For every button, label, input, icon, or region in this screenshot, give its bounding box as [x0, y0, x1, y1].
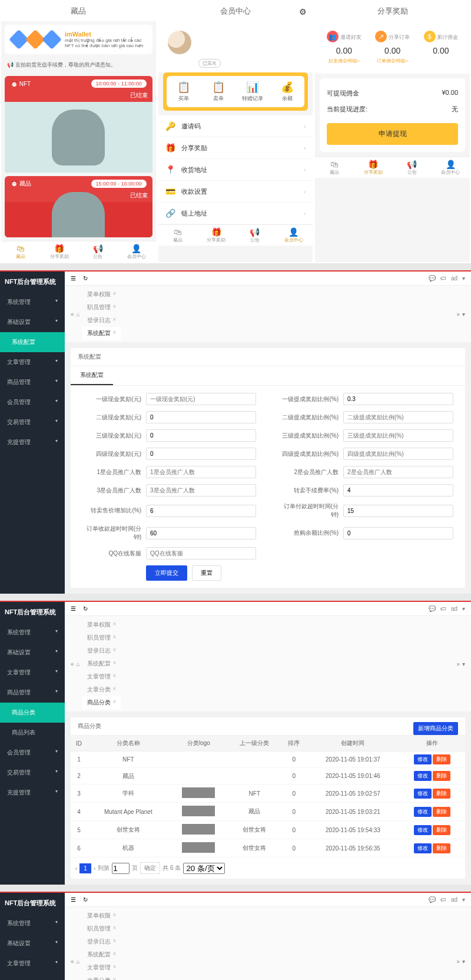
- edit-button[interactable]: 修改: [414, 754, 432, 764]
- tab-公告[interactable]: 📢公告: [78, 244, 117, 260]
- tab-公告[interactable]: 📢公告: [236, 227, 274, 243]
- field-QQ在线客服[interactable]: [146, 547, 256, 559]
- delete-button[interactable]: 删除: [433, 754, 450, 764]
- field-3星会员推广人数[interactable]: [146, 484, 256, 496]
- sidebar-商品管理[interactable]: 商品管理▾: [0, 974, 65, 980]
- sidebar-充提管理[interactable]: 充提管理▾: [0, 783, 65, 803]
- field-二级现金奖励(元)[interactable]: [146, 411, 256, 423]
- withdraw-button[interactable]: 申请提现: [327, 123, 458, 145]
- field-四级提成奖励比例(%)[interactable]: [343, 448, 453, 460]
- field-三级现金奖励(元)[interactable]: [146, 429, 256, 442]
- menu-icon[interactable]: ☰: [71, 275, 76, 282]
- field-转卖售价增加比(%)[interactable]: [146, 505, 256, 517]
- field-四级现金奖励(元)[interactable]: [146, 448, 256, 460]
- crumb-tab[interactable]: 职员管理 ×: [82, 301, 121, 314]
- hero-banner[interactable]: imWalletmột thị trường đấu giá nơi tất c…: [5, 25, 152, 54]
- close-icon[interactable]: ×: [113, 938, 117, 946]
- edit-button[interactable]: 修改: [414, 843, 432, 853]
- field-抢购余额比例(%)[interactable]: [343, 527, 453, 539]
- close-icon[interactable]: ×: [113, 647, 117, 655]
- close-icon[interactable]: ×: [113, 303, 117, 312]
- crumb-tab[interactable]: 菜单权限 ×: [82, 909, 121, 922]
- page-input[interactable]: [112, 863, 130, 874]
- crumb-tab[interactable]: 文章分类 ×: [82, 683, 121, 696]
- field-转卖手续费率(%)[interactable]: [343, 484, 453, 496]
- crumb-tab[interactable]: 登录日志 ×: [82, 935, 121, 948]
- sidebar-商品列表[interactable]: 商品列表: [0, 723, 65, 743]
- tab-藏品[interactable]: 🛍藏品: [1, 244, 40, 260]
- sidebar-会员管理[interactable]: 会员管理▾: [0, 743, 65, 763]
- refresh-icon[interactable]: ↻: [83, 275, 88, 282]
- gear-icon[interactable]: ⚙: [299, 7, 307, 16]
- field-一级现金奖励(元)[interactable]: [146, 393, 256, 405]
- close-icon[interactable]: ×: [113, 912, 117, 920]
- per-page-select[interactable]: 20 条/页: [183, 863, 225, 874]
- close-icon[interactable]: ×: [113, 329, 117, 337]
- sidebar-商品管理[interactable]: 商品管理▾: [0, 683, 65, 703]
- menu-分享奖励[interactable]: 🎁分享奖励›: [158, 137, 313, 159]
- delete-button[interactable]: 删除: [433, 789, 450, 799]
- tab-会员中心[interactable]: 👤会员中心: [117, 244, 156, 260]
- close-icon[interactable]: ×: [113, 951, 117, 959]
- delete-button[interactable]: 删除: [433, 825, 450, 835]
- field-二级提成奖励比例(%)[interactable]: [343, 411, 453, 423]
- field-一级提成奖励比例(%)[interactable]: [343, 393, 453, 405]
- crumb-tab[interactable]: 菜单权限 ×: [82, 288, 121, 301]
- close-icon[interactable]: ×: [113, 316, 117, 325]
- tab-公告[interactable]: 📢公告: [393, 160, 432, 176]
- field-订单收款超时时间(分钟)[interactable]: [146, 527, 256, 539]
- add-category-button[interactable]: 新增商品分类: [413, 722, 458, 735]
- reset-button[interactable]: 重置: [192, 565, 221, 581]
- sidebar-基础设置[interactable]: 基础设置▾: [0, 933, 65, 953]
- action-转赠记录[interactable]: 📊转赠记录: [236, 81, 270, 102]
- close-icon[interactable]: ×: [113, 621, 117, 629]
- action-买单[interactable]: 📋买单: [167, 81, 201, 102]
- menu-收货地址[interactable]: 📍收货地址›: [158, 159, 313, 181]
- tag-icon[interactable]: 🏷: [440, 275, 446, 282]
- tab-会员中心[interactable]: 👤会员中心: [431, 160, 470, 176]
- menu-邀请码[interactable]: 🔑邀请码›: [158, 115, 313, 137]
- crumb-tab[interactable]: 商品分类 ×: [82, 696, 121, 709]
- tab-藏品[interactable]: 🛍藏品: [158, 227, 197, 243]
- sidebar-文章管理[interactable]: 文章管理▾: [0, 352, 65, 372]
- crumb-tab[interactable]: 菜单权限 ×: [82, 618, 121, 631]
- delete-button[interactable]: 删除: [433, 771, 450, 781]
- sidebar-基础设置[interactable]: 基础设置▾: [0, 312, 65, 332]
- close-icon[interactable]: ×: [113, 290, 117, 299]
- close-icon[interactable]: ×: [113, 660, 117, 668]
- sidebar-交易管理[interactable]: 交易管理▾: [0, 412, 65, 432]
- sidebar-交易管理[interactable]: 交易管理▾: [0, 763, 65, 783]
- crumb-tab[interactable]: 登录日志 ×: [82, 314, 121, 327]
- field-三级提成奖励比例(%)[interactable]: [343, 429, 453, 442]
- edit-button[interactable]: 修改: [414, 807, 432, 817]
- edit-button[interactable]: 修改: [414, 771, 432, 781]
- crumb-tab[interactable]: 系统配置 ×: [82, 948, 121, 961]
- menu-icon[interactable]: ☰: [71, 605, 76, 612]
- crumb-tab[interactable]: 文章管理 ×: [82, 961, 121, 974]
- close-icon[interactable]: ×: [113, 925, 117, 933]
- close-icon[interactable]: ×: [113, 634, 117, 642]
- action-余额[interactable]: 💰余额: [270, 81, 305, 102]
- user-menu[interactable]: ad: [451, 275, 457, 282]
- sidebar-商品管理[interactable]: 商品管理▾: [0, 372, 65, 392]
- collapse-icon[interactable]: «: [71, 311, 74, 317]
- close-icon[interactable]: ×: [113, 698, 117, 707]
- expand-icon[interactable]: »: [456, 311, 460, 317]
- crumb-tab[interactable]: 系统配置 ×: [82, 327, 121, 340]
- delete-button[interactable]: 删除: [433, 807, 450, 817]
- crumb-tab[interactable]: 系统配置 ×: [82, 657, 121, 670]
- chat-icon[interactable]: 💬: [429, 275, 436, 282]
- close-icon[interactable]: ×: [113, 964, 117, 972]
- avatar[interactable]: [168, 31, 191, 54]
- sidebar-系统管理[interactable]: 系统管理▾: [0, 292, 65, 312]
- tab-会员中心[interactable]: 👤会员中心: [274, 227, 313, 243]
- close-icon[interactable]: ×: [113, 673, 117, 681]
- sidebar-文章管理[interactable]: 文章管理▾: [0, 953, 65, 974]
- crumb-tab[interactable]: 职员管理 ×: [82, 631, 121, 644]
- tab-分享奖励[interactable]: 🎁分享奖励: [197, 227, 236, 243]
- submit-button[interactable]: 立即提交: [146, 565, 187, 581]
- close-icon[interactable]: ×: [113, 976, 117, 980]
- close-icon[interactable]: ×: [113, 686, 117, 694]
- delete-button[interactable]: 删除: [433, 843, 450, 853]
- menu-icon[interactable]: ☰: [71, 896, 76, 903]
